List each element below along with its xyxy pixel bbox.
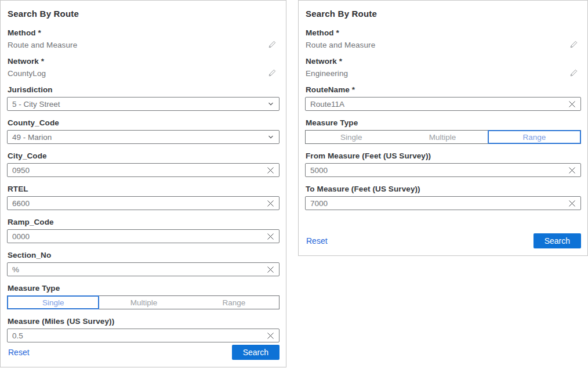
rtel-field: RTEL <box>7 185 280 210</box>
clear-icon[interactable] <box>267 332 274 340</box>
network-field: Network * CountyLog <box>7 57 280 78</box>
network-field: Network * Engineering <box>305 57 581 78</box>
county-code-selected-value: 49 - Marion <box>12 133 267 142</box>
chevron-down-icon <box>267 134 274 140</box>
measure-input[interactable] <box>12 331 267 340</box>
pencil-icon[interactable] <box>569 68 578 78</box>
measure-type-segment-multiple[interactable]: Multiple <box>99 296 188 309</box>
search-by-route-panel-right: Search By Route Method * Route and Measu… <box>298 0 588 256</box>
network-value: CountyLog <box>8 69 46 78</box>
ramp-code-input[interactable] <box>12 232 267 241</box>
measure-type-segment-single[interactable]: Single <box>306 131 397 143</box>
clear-icon[interactable] <box>568 167 576 174</box>
county-code-label: County_Code <box>8 118 280 127</box>
measure-type-segment-multiple[interactable]: Multiple <box>397 131 488 143</box>
measure-type-segment-range[interactable]: Range <box>189 296 279 309</box>
method-label: Method * <box>306 28 581 37</box>
reset-link[interactable]: Reset <box>8 348 30 357</box>
county-code-field: County_Code 49 - Marion <box>7 118 280 144</box>
rtel-input[interactable] <box>12 199 267 208</box>
measure-type-segment-single[interactable]: Single <box>7 295 99 309</box>
method-value: Route and Measure <box>306 41 375 49</box>
method-field: Method * Route and Measure <box>7 28 280 49</box>
method-value: Route and Measure <box>8 41 77 49</box>
to-measure-label: To Measure (Feet (US Survey)) <box>306 185 581 193</box>
method-label: Method * <box>8 28 280 37</box>
network-label: Network * <box>306 57 581 66</box>
measure-type-segment-range[interactable]: Range <box>488 130 581 144</box>
network-label: Network * <box>8 57 280 66</box>
pencil-icon[interactable] <box>267 68 277 78</box>
jurisdiction-label: Jurisdiction <box>8 85 280 94</box>
network-value: Engineering <box>306 69 348 78</box>
measure-type-field: Measure Type Single Multiple Range <box>7 284 280 309</box>
clear-icon[interactable] <box>267 266 274 273</box>
route-name-input[interactable] <box>310 100 568 109</box>
clear-icon[interactable] <box>568 100 576 108</box>
route-name-label: RouteName * <box>306 85 581 94</box>
method-field: Method * Route and Measure <box>305 28 581 49</box>
search-by-route-panel-left: Search By Route Method * Route and Measu… <box>0 0 286 367</box>
chevron-down-icon <box>267 100 274 107</box>
measure-type-label: Measure Type <box>8 284 280 293</box>
clear-icon[interactable] <box>267 200 274 207</box>
clear-icon[interactable] <box>267 233 274 240</box>
jurisdiction-selected-value: 5 - City Street <box>12 100 267 109</box>
city-code-input[interactable] <box>12 166 267 175</box>
county-code-select[interactable]: 49 - Marion <box>7 130 280 144</box>
pencil-icon[interactable] <box>569 40 578 49</box>
measure-type-field: Measure Type Single Multiple Range <box>305 118 581 144</box>
measure-type-label: Measure Type <box>306 118 581 127</box>
section-no-label: Section_No <box>8 251 280 259</box>
from-measure-field: From Measure (Feet (US Survey)) <box>305 151 581 177</box>
section-no-input[interactable] <box>12 265 267 274</box>
section-no-field: Section_No <box>7 251 280 276</box>
jurisdiction-select[interactable]: 5 - City Street <box>7 97 280 111</box>
measure-label: Measure (Miles (US Survey)) <box>8 317 280 326</box>
from-measure-label: From Measure (Feet (US Survey)) <box>306 151 581 160</box>
rtel-label: RTEL <box>8 185 280 193</box>
ramp-code-label: Ramp_Code <box>8 218 280 226</box>
to-measure-field: To Measure (Feet (US Survey)) <box>305 185 581 210</box>
to-measure-input[interactable] <box>310 199 568 208</box>
measure-type-segmented-control: Single Multiple Range <box>7 295 280 309</box>
ramp-code-field: Ramp_Code <box>7 218 280 243</box>
jurisdiction-field: Jurisdiction 5 - City Street <box>7 85 280 111</box>
city-code-field: City_Code <box>7 151 280 177</box>
search-button[interactable]: Search <box>533 233 581 248</box>
measure-field: Measure (Miles (US Survey)) <box>7 317 280 342</box>
measure-type-segmented-control: Single Multiple Range <box>305 130 581 144</box>
city-code-label: City_Code <box>8 151 280 160</box>
search-button[interactable]: Search <box>232 345 280 360</box>
reset-link[interactable]: Reset <box>306 236 328 246</box>
clear-icon[interactable] <box>568 200 576 207</box>
clear-icon[interactable] <box>267 167 274 174</box>
pencil-icon[interactable] <box>267 40 277 49</box>
route-name-field: RouteName * <box>305 85 581 111</box>
from-measure-input[interactable] <box>310 166 568 175</box>
page-title: Search By Route <box>306 9 581 19</box>
page-title: Search By Route <box>8 9 280 19</box>
